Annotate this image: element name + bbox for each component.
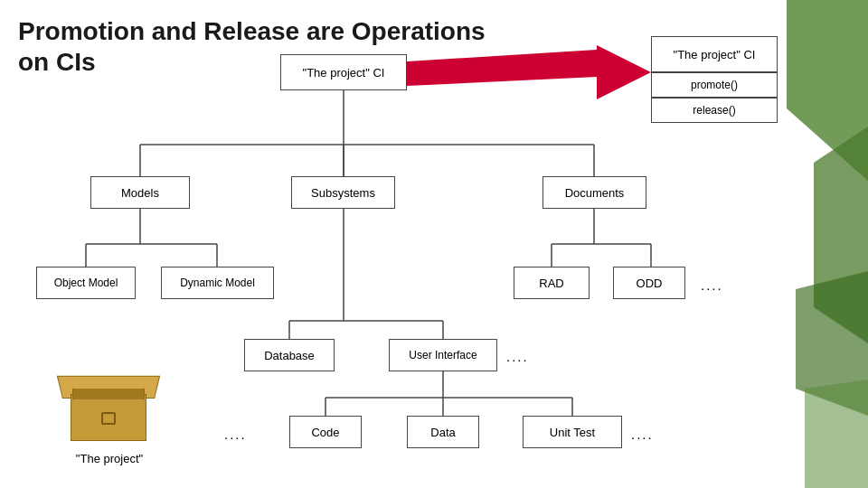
data-box: Data — [407, 416, 479, 448]
subsystems-box: Subsystems — [291, 176, 395, 209]
promote-box: promote() — [651, 72, 778, 98]
database-box: Database — [244, 339, 335, 371]
title-line2: on CIs — [18, 47, 486, 78]
svg-marker-2 — [796, 271, 868, 416]
rad-box: RAD — [514, 267, 590, 299]
page-title: Promotion and Release are Operations on … — [18, 16, 486, 77]
models-box: Models — [90, 176, 190, 209]
title-line1: Promotion and Release are Operations — [18, 16, 486, 47]
odd-box: ODD — [613, 267, 685, 299]
documents-dots: .... — [701, 277, 723, 293]
svg-marker-6 — [597, 45, 651, 99]
code-box: Code — [289, 416, 362, 448]
project-image-label: "The project" — [56, 452, 163, 465]
page: Promotion and Release are Operations on … — [0, 0, 868, 488]
user-interface-box: User Interface — [389, 339, 497, 371]
object-model-box: Object Model — [36, 267, 136, 299]
project-ci-right-box: "The project" CI — [651, 36, 778, 72]
dynamic-model-box: Dynamic Model — [161, 267, 274, 299]
svg-marker-0 — [787, 0, 868, 181]
user-interface-dots: .... — [506, 349, 529, 364]
release-box: release() — [651, 98, 778, 123]
code-dots-left: .... — [224, 427, 247, 442]
unit-test-box: Unit Test — [523, 416, 622, 448]
open-box-illustration — [63, 364, 154, 441]
open-box-image — [54, 357, 163, 447]
documents-box: Documents — [542, 176, 646, 209]
unit-test-dots: .... — [631, 427, 654, 442]
svg-marker-1 — [814, 127, 868, 343]
svg-marker-3 — [805, 380, 868, 488]
project-ci-center-box: "The project" CI — [280, 54, 407, 90]
